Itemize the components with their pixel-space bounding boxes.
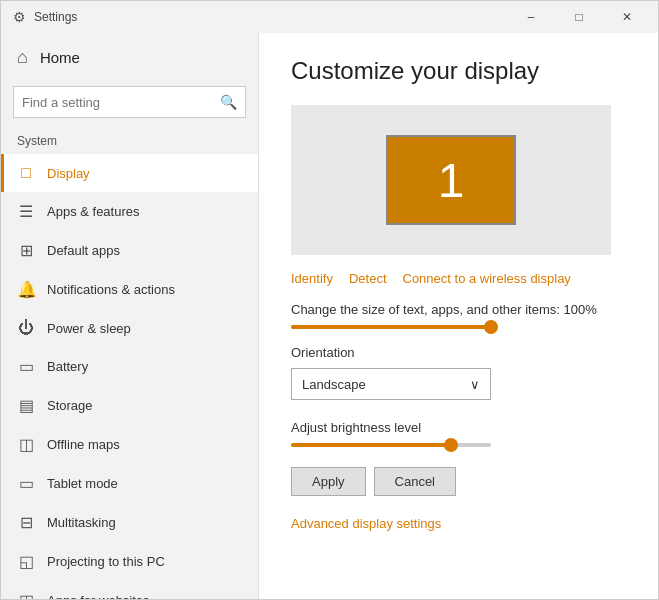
main-panel: Customize your display 1 Identify Detect… xyxy=(259,33,658,599)
sidebar-item-notifications[interactable]: 🔔 Notifications & actions xyxy=(1,270,258,309)
settings-icon: ⚙ xyxy=(13,9,26,25)
system-label: System xyxy=(1,130,258,154)
title-bar-controls: – □ ✕ xyxy=(508,1,650,33)
display-preview: 1 xyxy=(291,105,611,255)
window-title: Settings xyxy=(34,10,77,24)
sidebar-item-battery[interactable]: ▭ Battery xyxy=(1,347,258,386)
orientation-section: Orientation Landscape ∨ xyxy=(291,345,626,400)
nav-item-label-display: Display xyxy=(47,166,90,181)
search-box[interactable]: 🔍 xyxy=(13,86,246,118)
nav-item-label-power: Power & sleep xyxy=(47,321,131,336)
chevron-down-icon: ∨ xyxy=(470,377,480,392)
search-input[interactable] xyxy=(22,95,220,110)
text-size-slider-thumb[interactable] xyxy=(484,320,498,334)
sidebar: ⌂ Home 🔍 System □ Display ☰ Apps & featu… xyxy=(1,33,259,599)
maximize-button[interactable]: □ xyxy=(556,1,602,33)
brightness-slider-thumb[interactable] xyxy=(444,438,458,452)
brightness-slider-track[interactable] xyxy=(291,443,491,447)
brightness-section: Adjust brightness level xyxy=(291,420,626,447)
projecting-icon: ◱ xyxy=(17,552,35,571)
power-icon: ⏻ xyxy=(17,319,35,337)
page-title: Customize your display xyxy=(291,57,626,85)
nav-item-label-battery: Battery xyxy=(47,359,88,374)
display-links: Identify Detect Connect to a wireless di… xyxy=(291,271,626,286)
identify-link[interactable]: Identify xyxy=(291,271,333,286)
nav-item-label-apps-websites: Apps for websites xyxy=(47,593,150,599)
sidebar-item-default-apps[interactable]: ⊞ Default apps xyxy=(1,231,258,270)
sidebar-item-apps-websites[interactable]: ◳ Apps for websites xyxy=(1,581,258,599)
monitor-number: 1 xyxy=(438,153,465,208)
text-size-slider-fill xyxy=(291,325,491,329)
display-icon: □ xyxy=(17,164,35,182)
nav-item-label-maps: Offline maps xyxy=(47,437,120,452)
title-bar-left: ⚙ Settings xyxy=(13,9,77,25)
nav-item-label-tablet: Tablet mode xyxy=(47,476,118,491)
tablet-icon: ▭ xyxy=(17,474,35,493)
cancel-button[interactable]: Cancel xyxy=(374,467,456,496)
content-area: ⌂ Home 🔍 System □ Display ☰ Apps & featu… xyxy=(1,33,658,599)
sidebar-item-display[interactable]: □ Display xyxy=(1,154,258,192)
home-nav-item[interactable]: ⌂ Home xyxy=(1,33,258,82)
brightness-label: Adjust brightness level xyxy=(291,420,626,435)
notifications-icon: 🔔 xyxy=(17,280,35,299)
connect-wireless-link[interactable]: Connect to a wireless display xyxy=(403,271,571,286)
orientation-value: Landscape xyxy=(302,377,366,392)
monitor-box: 1 xyxy=(386,135,516,225)
storage-icon: ▤ xyxy=(17,396,35,415)
sidebar-item-power-sleep[interactable]: ⏻ Power & sleep xyxy=(1,309,258,347)
brightness-slider-fill xyxy=(291,443,451,447)
multitasking-icon: ⊟ xyxy=(17,513,35,532)
sidebar-item-apps-features[interactable]: ☰ Apps & features xyxy=(1,192,258,231)
orientation-label: Orientation xyxy=(291,345,626,360)
title-bar: ⚙ Settings – □ ✕ xyxy=(1,1,658,33)
settings-window: ⚙ Settings – □ ✕ ⌂ Home 🔍 System □ xyxy=(0,0,659,600)
sidebar-item-offline-maps[interactable]: ◫ Offline maps xyxy=(1,425,258,464)
advanced-display-link[interactable]: Advanced display settings xyxy=(291,516,441,531)
home-label: Home xyxy=(40,49,80,66)
orientation-select[interactable]: Landscape ∨ xyxy=(291,368,491,400)
search-icon: 🔍 xyxy=(220,94,237,110)
sidebar-item-projecting[interactable]: ◱ Projecting to this PC xyxy=(1,542,258,581)
detect-link[interactable]: Detect xyxy=(349,271,387,286)
sidebar-item-multitasking[interactable]: ⊟ Multitasking xyxy=(1,503,258,542)
nav-item-label-notifications: Notifications & actions xyxy=(47,282,175,297)
close-button[interactable]: ✕ xyxy=(604,1,650,33)
button-row: Apply Cancel xyxy=(291,467,626,496)
minimize-button[interactable]: – xyxy=(508,1,554,33)
default-apps-icon: ⊞ xyxy=(17,241,35,260)
text-size-slider-track[interactable] xyxy=(291,325,491,329)
apps-features-icon: ☰ xyxy=(17,202,35,221)
sidebar-item-storage[interactable]: ▤ Storage xyxy=(1,386,258,425)
apps-websites-icon: ◳ xyxy=(17,591,35,599)
nav-item-label-multitasking: Multitasking xyxy=(47,515,116,530)
nav-item-label-default-apps: Default apps xyxy=(47,243,120,258)
text-size-label: Change the size of text, apps, and other… xyxy=(291,302,626,317)
sidebar-item-tablet-mode[interactable]: ▭ Tablet mode xyxy=(1,464,258,503)
nav-item-label-storage: Storage xyxy=(47,398,93,413)
battery-icon: ▭ xyxy=(17,357,35,376)
text-size-section: Change the size of text, apps, and other… xyxy=(291,302,626,329)
nav-list: □ Display ☰ Apps & features ⊞ Default ap… xyxy=(1,154,258,599)
apply-button[interactable]: Apply xyxy=(291,467,366,496)
home-icon: ⌂ xyxy=(17,47,28,68)
nav-item-label-projecting: Projecting to this PC xyxy=(47,554,165,569)
nav-item-label-apps-features: Apps & features xyxy=(47,204,140,219)
maps-icon: ◫ xyxy=(17,435,35,454)
